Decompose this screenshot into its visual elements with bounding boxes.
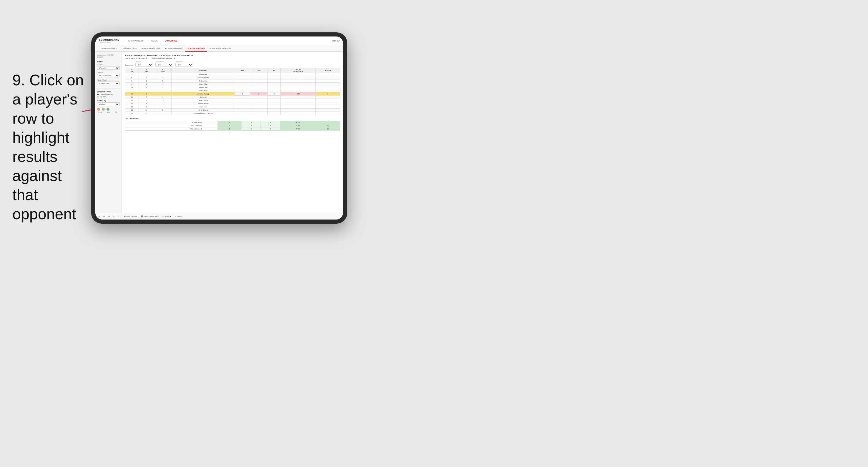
legend-level-dot — [102, 108, 105, 111]
table-row[interactable]: Haeju Hyun — [125, 89, 340, 92]
table-row[interactable]: 914Sharon Mun — [125, 83, 340, 86]
gender-label: Gender — [97, 64, 120, 66]
out-division-cell: NCAA Division 2 — [125, 127, 203, 131]
table-row[interactable]: 1474Eunice Yi — [125, 96, 340, 99]
table-cell: 2 — [154, 76, 172, 80]
nav-tournaments[interactable]: TOURNAMENTS — [126, 39, 145, 42]
table-cell: 1 — [138, 80, 154, 83]
table-row[interactable]: 613Sydney Kuo — [125, 80, 340, 83]
nav-committee[interactable]: COMMITTEE — [164, 39, 178, 42]
out-division-cell: 1 — [217, 121, 242, 124]
refresh-btn[interactable]: ↻ — [117, 215, 120, 218]
radio-opponents-played[interactable]: Opponents Played — [97, 94, 120, 95]
col-header-win: Win — [235, 68, 250, 73]
table-cell: 1 — [250, 92, 268, 96]
out-division-row[interactable]: NAIA Division 115009.26730 — [125, 124, 340, 127]
table-cell: 20 — [125, 112, 139, 115]
table-cell: 3 — [125, 73, 139, 76]
table-cell — [235, 86, 250, 89]
table-row[interactable]: 1063Andrea York — [125, 86, 340, 89]
out-division-cell: 4.500 — [280, 121, 316, 124]
sign-out-link[interactable]: Sign out — [332, 40, 340, 42]
colour-by-select[interactable]: Win/loss — [97, 102, 120, 106]
table-cell — [268, 83, 281, 86]
table-cell — [154, 89, 172, 92]
table-cell — [235, 108, 250, 112]
save-custom-label[interactable]: 💾 Save Custom View — [141, 215, 159, 217]
forward-btn[interactable]: ↪ — [107, 215, 111, 218]
table-cell: 5 — [125, 76, 139, 80]
out-division-cell: 7.400 — [280, 127, 316, 131]
nav-teams[interactable]: TEAMS — [150, 39, 159, 42]
sidebar: Last Updated: 27/03/2024 16:55:38 Player… — [95, 52, 122, 213]
view-original-label[interactable]: 👁 View: Original — [124, 216, 137, 217]
out-division-cell: 15 — [217, 124, 242, 127]
grid-area: Katelyn Vo Head-to-Head Grid for Women's… — [122, 52, 343, 213]
region-select[interactable]: (All) — [135, 63, 153, 66]
table-row[interactable]: 1691Jessica Mason — [125, 102, 340, 105]
table-cell: 0 — [235, 92, 250, 96]
table-row[interactable]: 1585Stella Chang — [125, 99, 340, 102]
redo-btn[interactable]: ↩ — [102, 215, 106, 218]
tab-team-summary[interactable]: TEAM SUMMARY — [99, 45, 119, 52]
table-cell: Jessica Huang — [172, 92, 235, 96]
table-cell — [235, 102, 250, 105]
table-row[interactable]: 522Alexis Sudjianto — [125, 76, 340, 80]
tab-player-h2h-heatmap[interactable]: PLAYER H2H HEATMAP — [207, 45, 233, 52]
opponent-select[interactable]: (All) — [175, 63, 193, 66]
out-division-cell: 0 — [261, 127, 280, 131]
out-division-row[interactable]: Foreign Team1004.5002 — [125, 121, 340, 124]
share-label[interactable]: ↗ Share — [175, 215, 182, 217]
table-cell: 14 — [125, 96, 139, 99]
table-cell — [250, 80, 268, 83]
out-division-cell: 5 — [217, 127, 242, 131]
watch-label[interactable]: 👁 Watch ▾ — [162, 215, 171, 217]
colour-by-label: Colour by — [97, 99, 120, 101]
table-row[interactable]: 20117Federica Domecq Lacroze — [125, 112, 340, 115]
tab-player-summary[interactable]: PLAYER SUMMARY — [163, 45, 185, 52]
table-cell: 3 — [154, 86, 172, 89]
radio-top100[interactable]: Top 100 — [97, 96, 120, 98]
table-row[interactable]: 31Esther Lee — [125, 73, 340, 76]
table-cell — [250, 83, 268, 86]
table-cell: 6 — [138, 86, 154, 89]
conference-select[interactable]: (All) — [155, 63, 173, 66]
settings-btn[interactable]: ⚙ — [112, 215, 115, 218]
h2h-table: #Div #Reg #Conf Opponent Win Loss Tie Di… — [125, 68, 340, 115]
table-cell: Esther Lee — [172, 73, 235, 76]
table-cell — [235, 99, 250, 102]
table-cell — [138, 89, 154, 92]
out-division-cell: 0 — [242, 124, 261, 127]
table-cell: 10 — [125, 86, 139, 89]
tab-team-h2h-grid[interactable]: TEAM H2H GRID — [119, 45, 139, 52]
table-cell: 1 — [154, 73, 172, 76]
grid-title: Katelyn Vo Head-to-Head Grid for Women's… — [125, 54, 340, 57]
undo-btn[interactable]: ↩ — [98, 215, 101, 218]
table-cell — [268, 89, 281, 92]
out-division-row[interactable]: NCAA Division 25007.40010 — [125, 127, 340, 131]
table-cell — [250, 105, 268, 108]
table-cell — [235, 76, 250, 80]
table-row[interactable]: 131Jessica Huang010-3.002 — [125, 92, 340, 96]
division-select[interactable]: NCAA Division III — [97, 74, 120, 77]
gender-select[interactable]: Women's — [97, 66, 120, 70]
table-cell — [316, 96, 340, 99]
tab-team-h2h-heatmap[interactable]: TEAM H2H HEATMAP — [139, 45, 163, 52]
table-row[interactable]: 182Euna Lee — [125, 105, 340, 108]
out-division-cell: 9.267 — [280, 124, 316, 127]
table-cell — [268, 105, 281, 108]
table-cell: 19 — [125, 108, 139, 112]
player-rank-select[interactable]: 8. Katelyn Vo — [97, 82, 120, 85]
table-cell: 16 — [125, 102, 139, 105]
logo-area: SCOREBOARD Powered by clippd — [99, 38, 120, 43]
table-cell: Eunice Yi — [172, 96, 235, 99]
col-header-rounds: Rounds — [316, 68, 340, 73]
table-cell — [250, 89, 268, 92]
table-cell — [235, 89, 250, 92]
table-cell: 9 — [125, 83, 139, 86]
legend-down-dot — [97, 108, 100, 111]
tab-player-h2h-grid[interactable]: PLAYER H2H GRID — [185, 45, 208, 52]
conference-label: Conference — [155, 61, 173, 63]
table-row[interactable]: 19106Emily Chang — [125, 108, 340, 112]
table-cell — [235, 83, 250, 86]
